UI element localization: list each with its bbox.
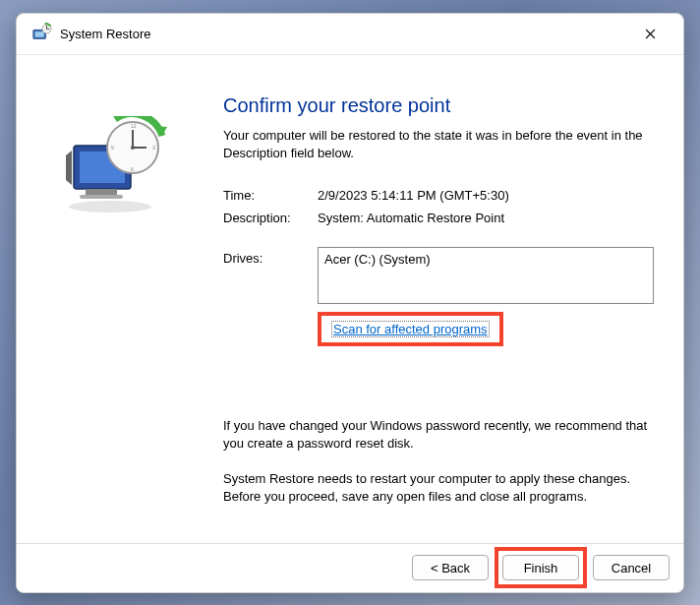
main-panel: Confirm your restore point Your computer… — [213, 55, 683, 543]
svg-rect-1 — [35, 31, 44, 37]
svg-text:9: 9 — [111, 145, 114, 151]
sidebar: 12 3 6 9 — [17, 55, 213, 543]
svg-rect-7 — [80, 195, 123, 199]
restart-note: System Restore needs to restart your com… — [223, 470, 654, 506]
highlight-annotation-scan: Scan for affected programs — [318, 312, 503, 346]
svg-point-3 — [69, 201, 151, 212]
close-button[interactable] — [630, 19, 670, 48]
description-row: Description: System: Automatic Restore P… — [223, 211, 654, 225]
drives-row: Drives: Acer (C:) (System) — [223, 247, 654, 304]
svg-text:6: 6 — [131, 166, 134, 172]
scan-affected-programs-link[interactable]: Scan for affected programs — [331, 321, 490, 337]
password-note: If you have changed your Windows passwor… — [223, 417, 654, 453]
content-area: 12 3 6 9 Confirm your restore point Your… — [17, 55, 683, 543]
footer: < Back Finish Cancel — [17, 543, 683, 592]
svg-text:12: 12 — [131, 123, 137, 129]
intro-text: Your computer will be restored to the st… — [223, 127, 654, 162]
time-row: Time: 2/9/2023 5:14:11 PM (GMT+5:30) — [223, 188, 654, 203]
system-restore-window: System Restore — [16, 13, 684, 593]
description-value: System: Automatic Restore Point — [318, 211, 654, 225]
description-label: Description: — [223, 211, 318, 225]
cancel-button[interactable]: Cancel — [593, 555, 670, 580]
restore-graphic-icon: 12 3 6 9 — [56, 116, 174, 214]
finish-button[interactable]: Finish — [502, 555, 579, 580]
time-value: 2/9/2023 5:14:11 PM (GMT+5:30) — [318, 188, 654, 203]
drives-item: Acer (C:) (System) — [324, 252, 431, 267]
time-label: Time: — [223, 188, 318, 203]
back-button[interactable]: < Back — [412, 555, 489, 580]
titlebar: System Restore — [17, 14, 683, 55]
system-restore-icon — [30, 23, 52, 44]
svg-rect-6 — [86, 189, 117, 195]
drives-label: Drives: — [223, 247, 318, 266]
window-title: System Restore — [60, 27, 630, 41]
highlight-annotation-finish: Finish — [495, 547, 587, 588]
svg-text:3: 3 — [152, 145, 155, 151]
page-heading: Confirm your restore point — [223, 94, 654, 117]
drives-listbox[interactable]: Acer (C:) (System) — [318, 247, 654, 304]
